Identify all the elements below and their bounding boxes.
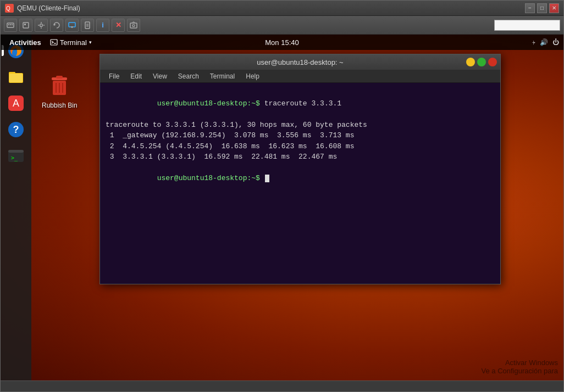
- terminal-cmd-0: traceroute 3.3.3.1: [260, 99, 341, 108]
- terminal-window-controls: [466, 58, 497, 66]
- rubbish-bin-icon: [46, 73, 73, 99]
- qemu-maximize-button[interactable]: □: [537, 3, 547, 13]
- sidebar-icon-terminal[interactable]: >_: [4, 144, 27, 167]
- watermark-line2: Ve a Configuración para: [482, 367, 558, 375]
- svg-rect-31: [8, 150, 24, 153]
- terminal-title: user@ubuntu18-desktop: ~: [257, 58, 343, 66]
- appstore-svg-icon: A: [7, 94, 25, 113]
- panel-right-area: ⍆ 🔊 ⏻: [532, 38, 559, 46]
- terminal-prompt-0: user@ubuntu18-desktop:~$: [157, 99, 260, 108]
- panel-accessibility-icon[interactable]: ⍆: [532, 38, 535, 46]
- qemu-search-input[interactable]: [494, 20, 560, 31]
- terminal-menubar: File Edit View Search Terminal Help: [100, 70, 500, 83]
- terminal-line-4: 3 3.3.3.1 (3.3.3.1) 16.592 ms 22.481 ms …: [106, 152, 495, 163]
- qemu-window-controls: − □ ✕: [525, 3, 559, 13]
- svg-point-18: [132, 24, 135, 26]
- sidebar-icon-files[interactable]: [4, 65, 27, 88]
- terminal-prompt-5: user@ubuntu18-desktop:~$: [157, 174, 260, 182]
- menu-file[interactable]: File: [104, 71, 124, 81]
- qemu-content: Activities Terminal ▾ Mon 15:40 ⍆ 🔊 ⏻: [1, 35, 563, 380]
- svg-text:>_: >_: [11, 155, 18, 161]
- panel-power-icon[interactable]: ⏻: [552, 38, 559, 46]
- terminal-window: user@ubuntu18-desktop: ~ File Edit View …: [99, 54, 501, 284]
- toolbar-btn-refresh[interactable]: [50, 19, 63, 32]
- terminal-line-3: 2 4.4.5.254 (4.4.5.254) 16.638 ms 16.623…: [106, 141, 495, 152]
- menu-view[interactable]: View: [148, 71, 172, 81]
- svg-rect-25: [9, 74, 23, 82]
- toolbar-btn-usb[interactable]: [81, 19, 94, 32]
- svg-text:A: A: [13, 98, 19, 109]
- qemu-toolbar: i ✕: [1, 16, 563, 35]
- terminal-close-button[interactable]: [488, 58, 497, 66]
- toolbar-btn-screen[interactable]: [65, 19, 79, 32]
- terminal-cmd-5: [260, 174, 264, 182]
- toolbar-btn-1[interactable]: [4, 19, 17, 32]
- qemu-titlebar: Q QEMU (Cliente-Final) − □ ✕: [1, 1, 563, 16]
- toolbar-btn-screenshot[interactable]: [127, 19, 140, 32]
- menu-search[interactable]: Search: [174, 71, 203, 81]
- panel-volume-icon[interactable]: 🔊: [540, 38, 548, 46]
- sidebar-icon-appstore[interactable]: A: [4, 92, 27, 115]
- terminal-maximize-button[interactable]: [477, 58, 486, 66]
- terminal-line-2: 1 _gateway (192.168.9.254) 3.078 ms 3.55…: [106, 130, 495, 141]
- menu-terminal[interactable]: Terminal: [206, 71, 239, 81]
- qemu-minimize-button[interactable]: −: [525, 3, 535, 13]
- desktop-rubbish-bin[interactable]: Rubbish Bin: [42, 73, 78, 109]
- toolbar-btn-2[interactable]: [19, 19, 32, 32]
- svg-rect-10: [69, 23, 75, 27]
- help-svg-icon: ?: [7, 120, 25, 139]
- svg-text:Q: Q: [6, 5, 10, 12]
- svg-marker-9: [54, 24, 56, 26]
- windows-activation-watermark: Activar Windows Ve a Configuración para: [482, 359, 558, 375]
- svg-rect-3: [8, 24, 9, 25]
- qemu-icon: Q: [5, 4, 14, 13]
- terminal-cursor: [265, 175, 269, 182]
- svg-rect-4: [10, 24, 11, 25]
- terminal-minimize-button[interactable]: [466, 58, 475, 66]
- rubbish-bin-svg: [46, 73, 73, 99]
- qemu-close-button[interactable]: ✕: [549, 3, 559, 13]
- terminal-line-1: traceroute to 3.3.3.1 (3.3.3.1), 30 hops…: [106, 120, 495, 131]
- terminal-panel-icon: [50, 38, 58, 46]
- qemu-title: QEMU (Cliente-Final): [17, 4, 525, 12]
- svg-rect-34: [56, 76, 63, 79]
- panel-activities-button[interactable]: Activities: [5, 38, 46, 47]
- terminal-body[interactable]: user@ubuntu18-desktop:~$ traceroute 3.3.…: [100, 83, 500, 284]
- watermark-line1: Activar Windows: [482, 359, 558, 367]
- panel-terminal-arrow-icon: ▾: [89, 40, 92, 45]
- terminal-line-5: user@ubuntu18-desktop:~$: [106, 163, 495, 195]
- sidebar-icon-help[interactable]: ?: [4, 118, 27, 141]
- ubuntu-sidebar: A ? >_: [1, 35, 31, 380]
- svg-point-8: [40, 24, 43, 26]
- menu-edit[interactable]: Edit: [126, 71, 146, 81]
- qemu-statusbar: [1, 380, 563, 391]
- rubbish-bin-label: Rubbish Bin: [42, 102, 78, 109]
- qemu-window: Q QEMU (Cliente-Final) − □ ✕ i ✕: [0, 0, 564, 392]
- toolbar-btn-info[interactable]: i: [96, 19, 109, 32]
- toolbar-btn-settings[interactable]: [35, 19, 48, 32]
- svg-rect-7: [24, 24, 26, 25]
- menu-help[interactable]: Help: [241, 71, 264, 81]
- terminal-titlebar: user@ubuntu18-desktop: ~: [100, 54, 500, 70]
- terminal-svg-icon: >_: [7, 147, 25, 165]
- svg-rect-5: [12, 24, 13, 25]
- panel-clock: Mon 15:40: [265, 38, 298, 47]
- ubuntu-top-panel: Activities Terminal ▾ Mon 15:40 ⍆ 🔊 ⏻: [1, 35, 563, 50]
- svg-rect-17: [130, 23, 137, 28]
- ubuntu-desktop: Activities Terminal ▾ Mon 15:40 ⍆ 🔊 ⏻: [1, 35, 563, 380]
- files-svg-icon: [7, 68, 25, 86]
- svg-text:?: ?: [13, 124, 19, 135]
- panel-terminal-label: Terminal: [60, 38, 87, 47]
- terminal-line-0: user@ubuntu18-desktop:~$ traceroute 3.3.…: [106, 87, 495, 120]
- panel-terminal-menu[interactable]: Terminal ▾: [46, 38, 96, 47]
- toolbar-btn-stop[interactable]: ✕: [112, 19, 125, 32]
